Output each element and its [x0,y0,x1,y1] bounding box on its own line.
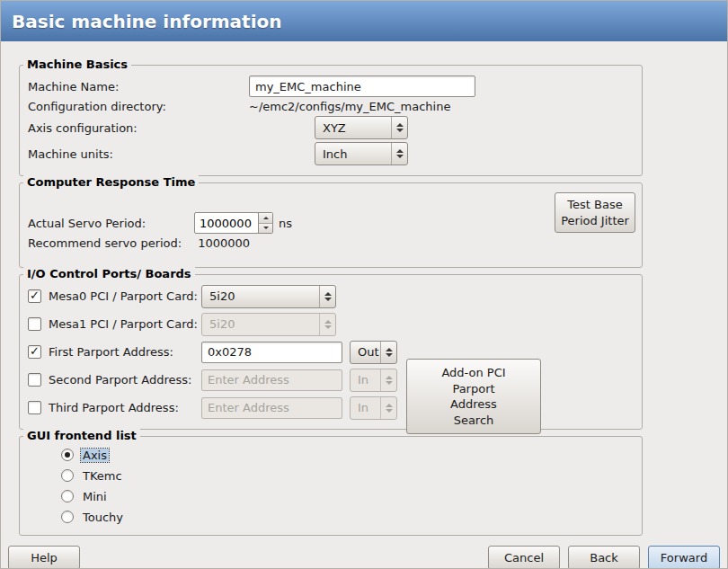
combo-arrows-icon [391,143,407,164]
gui-frontend-frame: GUI frontend list Axis TKemc Mini Touchy [19,436,643,536]
first-parport-label: First Parport Address: [49,345,173,359]
combo-arrows-icon [380,369,396,391]
dialog-header: Basic machine information [1,1,727,41]
machine-basics-legend: Machine Basics [23,58,131,71]
servo-period-unit: ns [279,217,292,230]
third-parport-check-group: ✓ Third Parport Address: [28,401,201,414]
servo-period-spinner[interactable] [194,212,273,234]
gui-option-axis[interactable]: Axis [61,445,635,465]
mesa1-card-combo: 5i20 [201,313,336,336]
gui-frontend-legend: GUI frontend list [23,429,140,442]
test-base-period-jitter-button[interactable]: Test Base Period Jitter [555,192,635,233]
axis-configuration-row: Axis configuration: XYZ [28,116,635,139]
mesa0-check-group: ✓ Mesa0 PCI / Parport Card: [28,289,201,303]
second-parport-row: ✓ Second Parport Address: In [28,366,635,394]
third-parport-checkbox[interactable]: ✓ [28,401,41,414]
page-title: Basic machine information [12,11,282,32]
mesa0-card-value: 5i20 [202,286,319,307]
checkmark-icon: ✓ [30,289,40,301]
io-ports-legend: I/O Control Ports/ Boards [23,267,195,280]
machine-name-label: Machine Name: [28,80,249,93]
mesa0-row: ✓ Mesa0 PCI / Parport Card: 5i20 [28,282,635,310]
servo-period-input[interactable] [195,213,258,233]
footer-right-buttons: Cancel Back Forward [488,546,720,569]
first-parport-checkbox[interactable]: ✓ [28,345,41,359]
config-directory-row: Configuration directory: ~/emc2/configs/… [28,100,635,113]
second-parport-direction-combo: In [350,369,397,392]
help-button[interactable]: Help [8,546,80,569]
mini-radio[interactable] [61,490,74,502]
machine-units-label: Machine units: [28,147,249,161]
second-parport-label: Second Parport Address: [49,373,191,387]
machine-name-row: Machine Name: [28,76,635,97]
machine-units-combo[interactable]: Inch [315,142,408,165]
config-directory-label: Configuration directory: [28,100,249,113]
axis-radio-label[interactable]: Axis [81,449,109,462]
mesa0-checkbox[interactable]: ✓ [28,289,41,303]
mesa0-label: Mesa0 PCI / Parport Card: [49,289,198,303]
third-parport-direction-combo: In [350,396,397,420]
mesa1-row: ✓ Mesa1 PCI / Parport Card: 5i20 [28,310,635,338]
radio-dot-icon [65,452,70,458]
response-time-legend: Computer Response Time [23,175,199,189]
second-parport-checkbox[interactable]: ✓ [28,373,41,387]
axis-configuration-label: Axis configuration: [28,121,249,135]
machine-units-value: Inch [315,143,391,164]
addon-pci-parport-search-button[interactable]: Add-on PCI Parport Address Search [406,359,541,434]
dialog-content: Machine Basics Machine Name: Configurati… [1,41,727,542]
axis-configuration-value: XYZ [315,117,391,138]
forward-button[interactable]: Forward [648,546,720,569]
cancel-button[interactable]: Cancel [488,546,560,569]
recommend-period-row: Recommend servo period: 1000000 [28,236,635,250]
combo-arrows-icon [380,397,396,419]
back-button[interactable]: Back [568,546,640,569]
first-parport-address-input[interactable] [201,342,342,363]
recommend-period-value: 1000000 [198,236,250,250]
touchy-radio-label[interactable]: Touchy [81,511,125,524]
tkemc-radio-label[interactable]: TKemc [81,469,124,483]
axis-radio[interactable] [61,449,74,461]
combo-arrows-icon [391,117,407,138]
mesa0-card-combo[interactable]: 5i20 [201,285,336,308]
combo-arrows-icon [319,286,335,307]
third-parport-row: ✓ Third Parport Address: In [28,394,635,422]
servo-period-row: Actual Servo Period: ns [28,212,635,234]
spin-up-icon[interactable] [259,213,272,223]
mesa1-card-value: 5i20 [202,314,319,335]
axis-configuration-combo[interactable]: XYZ [315,116,408,139]
first-parport-direction-value: Out [351,342,380,363]
combo-arrows-icon [380,342,396,363]
spin-down-icon[interactable] [259,223,272,234]
tkemc-radio[interactable] [61,469,74,482]
touchy-radio[interactable] [61,511,74,523]
second-parport-check-group: ✓ Second Parport Address: [28,373,201,387]
config-directory-value: ~/emc2/configs/my_EMC_machine [249,100,450,113]
mesa1-check-group: ✓ Mesa1 PCI / Parport Card: [28,317,201,331]
second-parport-direction-value: In [351,369,380,391]
third-parport-direction-value: In [351,397,380,419]
spin-buttons [258,213,272,233]
third-parport-address-input [201,397,342,419]
mesa1-checkbox[interactable]: ✓ [28,317,41,331]
response-time-frame: Computer Response Time Test Base Period … [19,182,643,268]
first-parport-row: ✓ First Parport Address: Out [28,338,635,366]
io-ports-frame: I/O Control Ports/ Boards ✓ Mesa0 PCI / … [19,274,643,430]
checkmark-icon: ✓ [30,345,40,357]
combo-arrows-icon [319,314,335,335]
machine-units-row: Machine units: Inch [28,142,635,165]
first-parport-check-group: ✓ First Parport Address: [28,345,201,359]
recommend-period-label: Recommend servo period: [28,236,182,250]
second-parport-address-input [201,369,342,391]
machine-name-input[interactable] [249,76,475,97]
gui-option-tkemc[interactable]: TKemc [61,466,635,485]
basic-machine-info-dialog: Basic machine information Machine Basics… [0,0,728,569]
gui-option-touchy[interactable]: Touchy [61,507,635,527]
dialog-action-area: Help Cancel Back Forward [1,542,727,569]
third-parport-label: Third Parport Address: [49,401,179,414]
mini-radio-label[interactable]: Mini [81,490,109,503]
servo-period-label: Actual Servo Period: [28,217,194,230]
first-parport-direction-combo[interactable]: Out [350,341,397,364]
machine-basics-frame: Machine Basics Machine Name: Configurati… [19,65,643,176]
mesa1-label: Mesa1 PCI / Parport Card: [49,317,198,331]
gui-option-mini[interactable]: Mini [61,486,635,506]
